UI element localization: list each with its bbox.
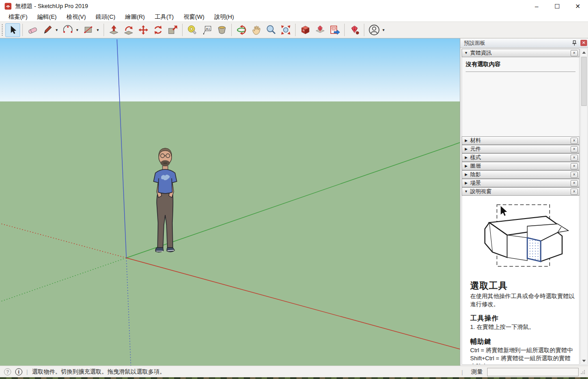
geolocation-help-icon[interactable]: ? xyxy=(4,368,11,375)
section-shadows-close-icon[interactable]: × xyxy=(571,172,578,178)
chevron-right-icon: ▶ xyxy=(462,181,470,185)
status-message: 選取物件。切換到擴充選取。拖曳滑鼠以選取多項。 xyxy=(32,368,165,376)
menu-tools[interactable]: 工具(T) xyxy=(150,13,179,21)
entity-info-close-icon[interactable]: × xyxy=(571,50,578,56)
section-styles[interactable]: ▶ 樣式 × xyxy=(462,153,580,162)
account-dropdown[interactable]: ▼ xyxy=(381,28,386,32)
move-tool-button[interactable] xyxy=(136,23,150,37)
chevron-down-icon: ▼ xyxy=(462,51,470,55)
pin-icon[interactable] xyxy=(571,40,578,46)
toolbar-separator xyxy=(295,24,296,36)
line-tool-dropdown[interactable]: ▼ xyxy=(54,28,59,32)
axis-blue-positive xyxy=(117,39,126,258)
instructor-modifier-1: Ctrl = 將實體新增到一組所選取的實體中 xyxy=(470,346,575,354)
title-bar: 無標題 - SketchUp Pro 2019 – ☐ ✕ xyxy=(0,0,588,13)
toolbar-separator xyxy=(22,24,23,36)
scroll-down-icon[interactable] xyxy=(581,357,587,364)
section-components[interactable]: ▶ 元件 × xyxy=(462,145,580,153)
arc-tool-button[interactable] xyxy=(60,23,75,37)
section-components-close-icon[interactable]: × xyxy=(571,146,578,152)
measurement-input[interactable] xyxy=(487,368,579,376)
menu-help[interactable]: 說明(H) xyxy=(209,13,239,21)
eraser-tool-button[interactable] xyxy=(25,23,40,37)
instructor-modifier-2: Shift+Ctrl = 將實體從一組所選取的實體中除去 xyxy=(470,354,575,365)
follow-me-tool-button[interactable] xyxy=(121,23,136,37)
section-scenes-close-icon[interactable]: × xyxy=(571,180,578,186)
default-tray-panel: 預設面板 ✕ ▼ 實體資訊 × 沒有選取內容 ▶ 材料 × xyxy=(460,38,588,366)
orbit-tool-button[interactable] xyxy=(234,23,249,37)
arc-tool-dropdown[interactable]: ▼ xyxy=(75,28,79,32)
menu-file[interactable]: 檔案(F) xyxy=(4,13,33,21)
toolbar-drag-handle[interactable] xyxy=(1,23,4,37)
maximize-button[interactable]: ☐ xyxy=(547,0,567,13)
section-scenes[interactable]: ▶ 場景 × xyxy=(462,179,580,187)
section-materials-close-icon[interactable]: × xyxy=(571,138,578,144)
menu-camera[interactable]: 鏡頭(C) xyxy=(91,13,120,21)
divider: | xyxy=(26,368,28,375)
house-outline xyxy=(485,216,568,261)
instructor-close-icon[interactable]: × xyxy=(571,189,578,195)
section-materials[interactable]: ▶ 材料 × xyxy=(462,136,580,145)
menu-view[interactable]: 檢視(V) xyxy=(62,13,91,21)
drawing-axes xyxy=(0,38,460,366)
selected-face xyxy=(527,238,541,261)
instructor-header[interactable]: ▼ 說明視窗 × xyxy=(462,187,580,196)
eraser-icon xyxy=(27,25,38,35)
window-title: 無標題 - SketchUp Pro 2019 xyxy=(15,2,88,10)
chevron-down-icon: ▼ xyxy=(462,190,470,194)
push-pull-tool-button[interactable] xyxy=(106,23,121,37)
toolbar-separator xyxy=(104,24,104,36)
zoom-extents-tool-button[interactable] xyxy=(278,23,293,37)
account-button[interactable] xyxy=(367,23,381,37)
status-bar: ? i | 選取物件。切換到擴充選取。拖曳滑鼠以選取多項。 | 測量 xyxy=(0,366,588,377)
toolbar-separator xyxy=(364,24,364,36)
scrollbar-thumb[interactable] xyxy=(581,57,587,106)
entity-info-header[interactable]: ▼ 實體資訊 × xyxy=(462,49,580,57)
pan-tool-button[interactable] xyxy=(249,23,263,37)
menu-window[interactable]: 視窗(W) xyxy=(179,13,209,21)
rectangle-tool-button[interactable] xyxy=(81,23,96,37)
modeling-viewport[interactable] xyxy=(0,38,460,366)
tray-close-button[interactable]: ✕ xyxy=(580,40,587,46)
chevron-right-icon: ▶ xyxy=(462,156,470,160)
section-shadows[interactable]: ▶ 陰影 × xyxy=(462,170,580,179)
instructor-operation-heading: 工具操作 xyxy=(470,314,575,323)
section-layers-close-icon[interactable]: × xyxy=(571,163,578,169)
section-layers[interactable]: ▶ 圖層 × xyxy=(462,162,580,170)
close-button[interactable]: ✕ xyxy=(567,0,588,13)
text-tool-button[interactable]: A1 xyxy=(200,23,214,37)
paint-bucket-tool-button[interactable] xyxy=(214,23,229,37)
instructor-heading: 選取工具 xyxy=(470,280,575,292)
line-tool-button[interactable] xyxy=(40,23,54,37)
tray-title-bar[interactable]: 預設面板 ✕ xyxy=(460,38,588,48)
zoom-tool-button[interactable] xyxy=(263,23,278,37)
send-to-layout-button[interactable] xyxy=(327,23,342,37)
extension-manager-button[interactable] xyxy=(347,23,362,37)
extension-warehouse-button[interactable] xyxy=(313,23,327,37)
3d-warehouse-button[interactable] xyxy=(298,23,313,37)
resize-grip-icon[interactable] xyxy=(580,370,585,375)
desktop-background-strip xyxy=(0,377,588,379)
rectangle-tool-dropdown[interactable]: ▼ xyxy=(96,28,100,32)
info-icon[interactable]: i xyxy=(15,368,22,375)
section-shadows-label: 陰影 xyxy=(470,171,571,178)
section-styles-label: 樣式 xyxy=(470,154,571,161)
scroll-up-icon[interactable] xyxy=(581,49,587,56)
entity-info-empty-message: 沒有選取內容 xyxy=(466,60,575,68)
follow-me-icon xyxy=(123,25,134,35)
menu-draw[interactable]: 繪圖(R) xyxy=(120,13,150,21)
divider: | xyxy=(462,369,463,375)
minimize-button[interactable]: – xyxy=(526,0,547,13)
svg-text:A1: A1 xyxy=(206,27,210,31)
scale-tool-button[interactable] xyxy=(165,23,180,37)
rotate-tool-button[interactable] xyxy=(150,23,165,37)
instructor-operation-step: 1. 在實體上按一下滑鼠。 xyxy=(470,323,575,331)
tape-measure-tool-button[interactable] xyxy=(185,23,200,37)
section-styles-close-icon[interactable]: × xyxy=(571,155,578,161)
scale-figure-person[interactable] xyxy=(142,147,187,261)
panel-scrollbar[interactable] xyxy=(580,48,588,365)
instructor-illustration xyxy=(465,199,577,278)
menu-edit[interactable]: 編輯(E) xyxy=(33,13,62,21)
axis-red-negative xyxy=(0,223,126,258)
select-tool-button[interactable] xyxy=(5,23,20,37)
